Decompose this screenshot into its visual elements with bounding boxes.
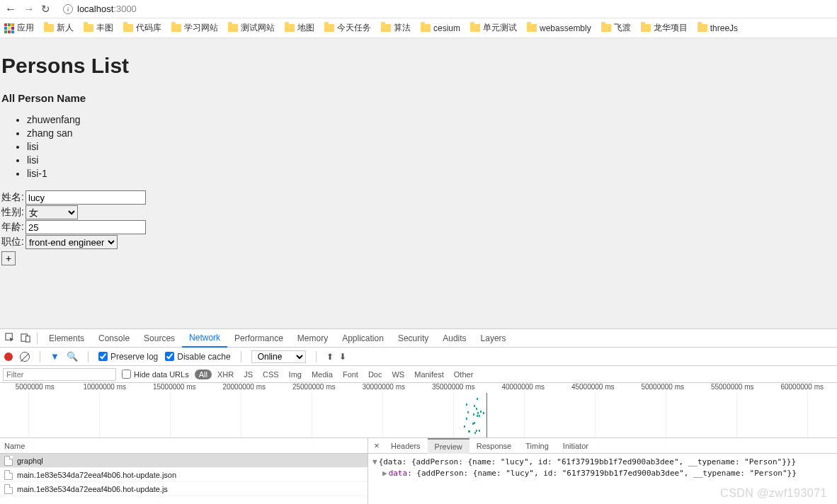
folder-icon <box>285 24 295 32</box>
file-icon <box>4 456 13 466</box>
bookmark-item[interactable]: 新人 <box>44 22 74 34</box>
filter-type-manifest[interactable]: Manifest <box>410 370 448 379</box>
request-row[interactable]: graphql <box>0 454 368 468</box>
folder-icon <box>171 24 181 32</box>
record-button[interactable] <box>4 353 13 361</box>
list-item: zhang san <box>27 127 836 139</box>
timeline-tick: 45000000 ms <box>558 383 628 393</box>
hide-data-urls-checkbox[interactable]: Hide data URLs <box>122 370 189 379</box>
bookmark-item[interactable]: threeJs <box>698 22 738 34</box>
timeline-tick: 30000000 ms <box>349 383 419 393</box>
gender-select[interactable]: 女 <box>25 205 78 219</box>
url-text: localhost:3000 <box>77 4 137 14</box>
preserve-log-checkbox[interactable]: Preserve log <box>98 352 158 362</box>
device-toggle-icon[interactable] <box>18 331 33 345</box>
bookmark-item[interactable]: 测试网站 <box>228 22 275 34</box>
bookmark-item[interactable]: 单元测试 <box>470 22 517 34</box>
inspect-icon[interactable] <box>3 331 17 345</box>
filter-type-doc[interactable]: Doc <box>364 370 387 379</box>
devtools-tab-memory[interactable]: Memory <box>290 329 335 348</box>
list-item: lisi <box>27 154 836 166</box>
response-tab-headers[interactable]: Headers <box>384 438 428 454</box>
response-tab-preview[interactable]: Preview <box>428 438 469 454</box>
folder-icon <box>228 24 238 32</box>
bookmark-item[interactable]: 今天任务 <box>324 22 371 34</box>
clear-button[interactable] <box>20 352 30 362</box>
devtools-tab-console[interactable]: Console <box>91 329 137 348</box>
folder-icon <box>123 24 133 32</box>
watermark: CSDN @zwf193071 <box>720 487 827 500</box>
bookmark-item[interactable]: 代码库 <box>123 22 161 34</box>
devtools-tab-sources[interactable]: Sources <box>137 329 182 348</box>
filter-type-ws[interactable]: WS <box>387 370 409 379</box>
filter-type-css[interactable]: CSS <box>258 370 283 379</box>
browser-nav-bar: ← → ↻ i localhost:3000 <box>0 0 837 18</box>
devtools-tab-bar: ElementsConsoleSourcesNetworkPerformance… <box>0 329 837 348</box>
filter-type-all[interactable]: All <box>195 370 212 379</box>
bookmark-item[interactable]: webassembly <box>527 22 591 34</box>
bookmark-item[interactable]: 地图 <box>285 22 314 34</box>
folder-icon <box>698 24 707 32</box>
devtools-tab-audits[interactable]: Audits <box>435 329 473 348</box>
filter-type-media[interactable]: Media <box>307 370 337 379</box>
filter-type-xhr[interactable]: XHR <box>213 370 238 379</box>
folder-icon <box>421 24 431 32</box>
site-info-icon[interactable]: i <box>63 4 73 14</box>
download-har-icon[interactable]: ⬇ <box>339 352 346 362</box>
address-bar[interactable]: i localhost:3000 <box>56 1 833 17</box>
request-list: Name graphqlmain.1e83e534da72eeaf4b06.ho… <box>0 438 368 504</box>
svg-rect-2 <box>25 336 30 342</box>
timeline-tick: 10000000 ms <box>70 383 140 393</box>
reload-button[interactable]: ↻ <box>41 3 50 16</box>
search-icon[interactable]: 🔍 <box>67 351 78 362</box>
list-item: zhuwenfang <box>27 114 836 125</box>
request-row[interactable]: main.1e83e534da72eeaf4b06.hot-update.js <box>0 482 368 496</box>
file-icon <box>4 470 13 480</box>
bookmark-item[interactable]: 学习网站 <box>171 22 218 34</box>
timeline-tick: 20000000 ms <box>210 383 280 393</box>
filter-type-img[interactable]: Img <box>285 370 306 379</box>
add-button[interactable]: + <box>1 251 16 265</box>
disable-cache-checkbox[interactable]: Disable cache <box>165 352 230 362</box>
bookmark-item[interactable]: 丰图 <box>84 22 113 34</box>
timeline-cursor <box>486 393 487 437</box>
folder-icon <box>470 24 480 32</box>
response-tab-initiator[interactable]: Initiator <box>556 438 596 454</box>
close-response-icon[interactable]: × <box>371 440 382 451</box>
devtools-tab-layers[interactable]: Layers <box>474 329 513 348</box>
bookmark-item[interactable]: 算法 <box>381 22 411 34</box>
timeline-tick: 15000000 ms <box>140 383 210 393</box>
response-tab-response[interactable]: Response <box>469 438 519 454</box>
job-select[interactable]: front-end engineer <box>25 235 118 249</box>
devtools-tab-security[interactable]: Security <box>391 329 435 348</box>
bookmark-item[interactable]: 飞渡 <box>601 22 631 34</box>
filter-type-other[interactable]: Other <box>450 370 478 379</box>
response-tab-timing[interactable]: Timing <box>518 438 556 454</box>
filter-type-js[interactable]: JS <box>239 370 257 379</box>
filter-type-font[interactable]: Font <box>338 370 363 379</box>
apps-button[interactable]: 应用 <box>4 22 34 34</box>
devtools-tab-performance[interactable]: Performance <box>227 329 290 348</box>
bookmark-item[interactable]: 龙华项目 <box>641 22 688 34</box>
upload-har-icon[interactable]: ⬆ <box>326 352 334 362</box>
request-row[interactable]: main.1e83e534da72eeaf4b06.hot-update.jso… <box>0 468 368 482</box>
persons-list: zhuwenfangzhang sanlisilisilisi-1 <box>27 114 836 179</box>
devtools-tab-network[interactable]: Network <box>182 329 227 348</box>
age-input[interactable] <box>25 220 146 234</box>
network-filter-bar: Hide data URLs AllXHRJSCSSImgMediaFontDo… <box>0 366 837 383</box>
devtools-tab-elements[interactable]: Elements <box>42 329 91 348</box>
network-timeline[interactable]: 5000000 ms10000000 ms15000000 ms20000000… <box>0 383 837 438</box>
filter-input[interactable] <box>3 368 116 381</box>
throttling-select[interactable]: Online <box>251 350 306 363</box>
filter-toggle-icon[interactable]: ▼ <box>50 351 59 362</box>
name-label: 姓名: <box>1 191 25 204</box>
devtools-tab-application[interactable]: Application <box>335 329 391 348</box>
age-label: 年龄: <box>1 221 25 234</box>
bookmark-item[interactable]: cesium <box>421 22 460 34</box>
timeline-tick: 55000000 ms <box>698 383 768 393</box>
name-input[interactable] <box>25 190 146 205</box>
folder-icon <box>601 24 611 32</box>
apps-label: 应用 <box>17 22 34 34</box>
job-label: 职位: <box>1 236 25 248</box>
back-button[interactable]: ← <box>4 3 17 16</box>
